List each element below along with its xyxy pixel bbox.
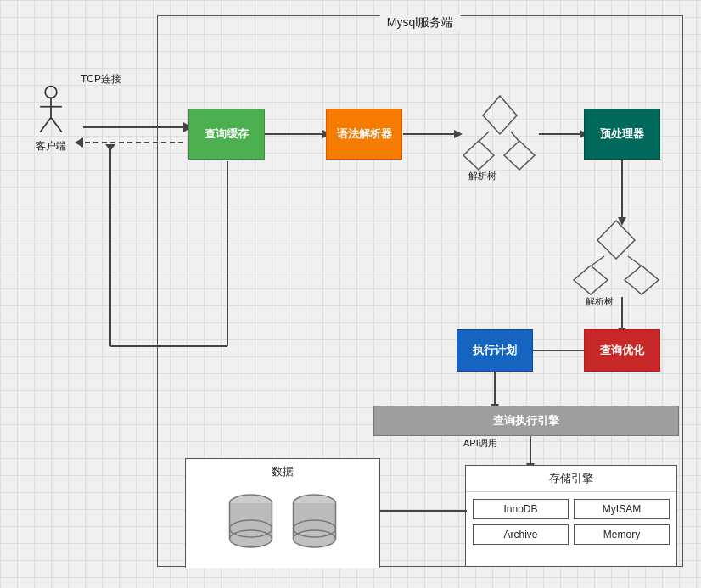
query-optimizer-label: 查询优化 [600,343,644,358]
query-execution-engine-label: 查询执行引擎 [493,413,559,428]
arrow-pt-pre [539,130,590,138]
storage-engine-title: 存储引擎 [466,466,676,492]
canvas: Mysql服务端 客户端 TCP连接 查询缓存 [0,0,701,588]
query-execution-engine: 查询执行引擎 [373,406,679,436]
svg-marker-14 [463,141,494,170]
svg-marker-13 [483,96,517,134]
cylinder-2 [291,493,338,548]
arrow-sp-pt [403,130,471,138]
svg-marker-24 [625,266,659,294]
execution-plan-label: 执行计划 [473,343,517,358]
return-arrow [109,136,229,365]
svg-marker-23 [574,266,608,294]
syntax-parser-label: 语法解析器 [337,126,392,142]
svg-line-16 [479,132,489,141]
storage-engine-archive: Archive [473,524,569,545]
preprocessor-box: 预处理器 [584,109,660,160]
storage-engine-box: 存储引擎 InnoDB MyISAM Archive Memory [465,465,677,567]
query-optimizer-box: 查询优化 [584,329,660,372]
parse-tree-2 [565,216,667,297]
svg-line-3 [40,118,51,132]
svg-marker-22 [597,221,635,259]
api-call-label: API调用 [463,437,497,450]
mysql-server-title: Mysql服务端 [380,15,461,31]
cylinder-1 [227,493,274,548]
svg-point-0 [45,87,57,98]
tcp-label: TCP连接 [81,72,121,87]
storage-engine-grid: InnoDB MyISAM Archive Memory [466,492,676,552]
arrow-qc-sp [265,130,333,138]
svg-point-39 [230,530,272,547]
parse-tree-label-2: 解析树 [586,295,614,308]
svg-point-45 [294,530,336,547]
syntax-parser-box: 语法解析器 [326,109,402,160]
storage-engine-myisam: MyISAM [574,499,670,519]
storage-engine-innodb: InnoDB [473,499,569,519]
parse-tree-1 [462,92,538,172]
svg-line-4 [51,118,62,132]
storage-engine-memory: Memory [574,524,670,545]
data-cylinders [186,493,379,548]
svg-line-26 [628,256,641,266]
data-title: 数据 [186,459,379,484]
client-figure [34,85,68,136]
parse-tree-label-1: 解析树 [468,170,496,182]
svg-line-25 [592,256,604,266]
client-area: 客户端 [17,85,85,154]
svg-marker-15 [504,141,535,170]
data-box: 数据 [185,458,380,568]
svg-line-17 [511,132,519,141]
preprocessor-label: 预处理器 [600,126,644,142]
execution-plan-box: 执行计划 [457,329,533,372]
client-label: 客户端 [36,139,66,154]
